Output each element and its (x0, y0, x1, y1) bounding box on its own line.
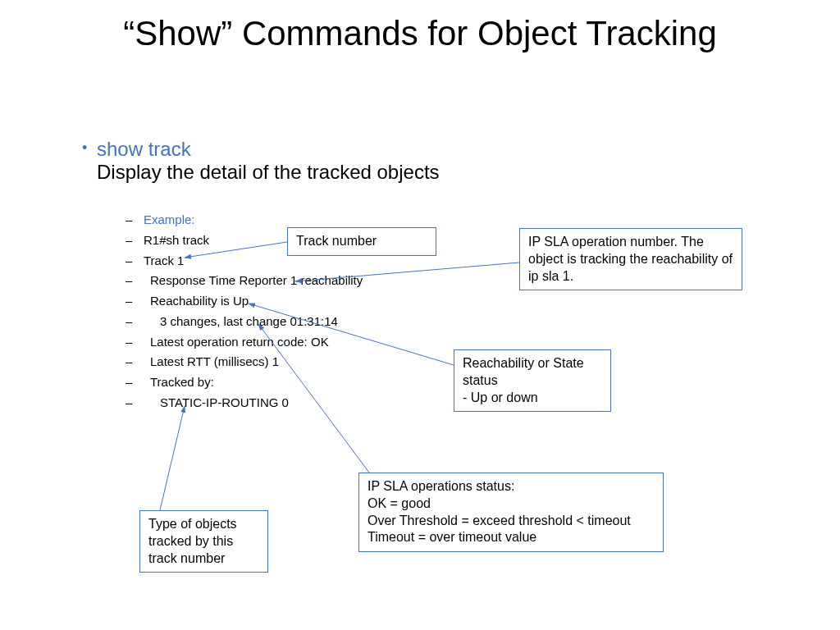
output-line: Reachability is Up (144, 294, 249, 308)
callout-reachability-status: Reachability or State status - Up or dow… (454, 349, 611, 412)
callout-tracked-by: Type of objects tracked by this track nu… (139, 510, 268, 573)
slide-title: “Show” Commands for Object Tracking (0, 15, 840, 52)
output-line: R1#sh track (144, 233, 209, 247)
main-bullet: • show track Display the detail of the t… (97, 138, 440, 184)
output-line: Response Time Reporter 1 reachability (144, 273, 363, 287)
example-label: Example: (144, 212, 195, 226)
output-line: 3 changes, last change 01:31:14 (144, 314, 338, 328)
command-description: Display the detail of the tracked object… (97, 161, 440, 183)
output-line: Tracked by: (144, 375, 214, 389)
svg-line-4 (160, 406, 185, 510)
command-text: show track (97, 138, 191, 160)
output-line: Latest operation return code: OK (144, 335, 329, 349)
bullet-dot: • (82, 139, 87, 157)
callout-track-number: Track number (287, 227, 436, 256)
output-line: Track 1 (144, 253, 184, 267)
callout-operation-status: IP SLA operations status: OK = good Over… (358, 472, 664, 552)
callout-ip-sla-number: IP SLA operation number. The object is t… (519, 228, 742, 290)
output-line: Latest RTT (millisecs) 1 (144, 354, 279, 368)
output-line: STATIC-IP-ROUTING 0 (144, 395, 289, 409)
